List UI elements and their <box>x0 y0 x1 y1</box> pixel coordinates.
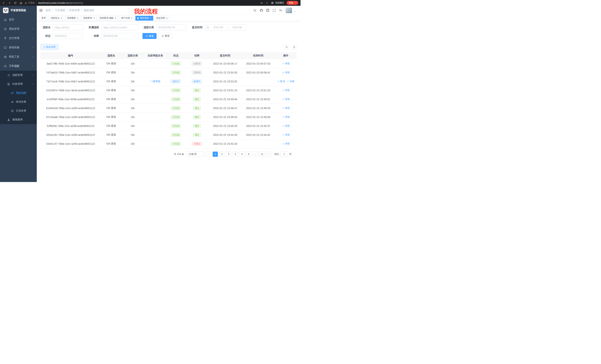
prev-page-button[interactable] <box>206 152 211 157</box>
status-select[interactable]: 请选择状态 <box>53 33 83 39</box>
tab-process-model[interactable]: 流程模型× <box>65 16 80 21</box>
update-button[interactable]: 更新 ⋮ <box>287 1 298 5</box>
back-icon[interactable] <box>2 1 5 4</box>
hamburger-icon[interactable] <box>39 9 42 11</box>
chevron-down-icon <box>31 46 34 49</box>
page-button[interactable]: 2 <box>219 152 225 157</box>
submit-time-range-picker[interactable]: 开始日期 - 结束日期 <box>205 25 247 30</box>
start-date-placeholder[interactable]: 开始日期 <box>210 26 226 29</box>
goto-page-input[interactable] <box>280 152 288 157</box>
sidebar-item-home[interactable]: 首页 <box>0 15 37 24</box>
reload-icon[interactable] <box>14 1 17 4</box>
github-icon[interactable] <box>260 9 263 12</box>
process-name-input[interactable] <box>53 25 83 30</box>
breadcrumb-task-mgmt[interactable]: 任务管理 <box>69 9 80 12</box>
page-button[interactable]: 11 <box>260 152 265 157</box>
next-page-button[interactable] <box>266 152 271 157</box>
address-bar[interactable]: 不安全 dashboard.yudao.iocoder.cn/bpm/task/… <box>25 1 260 4</box>
tab-process-form-edit[interactable]: 流程表单-编辑× <box>98 16 118 21</box>
tab-close-icon[interactable]: × <box>61 17 62 19</box>
page-button[interactable]: 4 <box>233 152 238 157</box>
detail-link[interactable]: 详情 <box>282 71 290 74</box>
tab-close-icon[interactable]: × <box>131 17 132 19</box>
status-tag: 已完成 <box>171 97 181 102</box>
tab-home[interactable]: 首页 <box>40 16 48 21</box>
sidebar-item-infrastructure[interactable]: 基础设施 <box>0 43 37 52</box>
detail-link[interactable]: 详情 <box>282 115 290 119</box>
tab-user-group[interactable]: 用户分组× <box>119 16 134 21</box>
cell-result: 不通过 <box>185 139 209 148</box>
tab-process-definition[interactable]: 流程定义× <box>49 16 64 21</box>
task-link[interactable]: 一级审批 <box>150 80 160 83</box>
tab-close-icon[interactable]: × <box>150 17 151 19</box>
sidebar-item-process-mgmt[interactable]: 流程管理 <box>0 71 37 80</box>
incognito-icon <box>271 1 274 4</box>
browser-home-icon[interactable] <box>20 1 22 4</box>
toolbox-icon <box>4 55 7 58</box>
gear-icon <box>4 28 7 31</box>
breadcrumb-workflow[interactable]: 工作流程 <box>55 9 65 12</box>
help-icon[interactable]: ? <box>266 9 269 12</box>
status-tag: 已完成 <box>171 88 181 93</box>
top-navbar: 首页 / 工作流程 / 任务管理 / 我的流程 ? <box>37 6 300 15</box>
cell-result: 通过 <box>185 95 209 104</box>
page-button[interactable]: 6 <box>246 152 251 157</box>
detail-link[interactable]: 详情 <box>287 80 294 83</box>
browser-menu-icon[interactable]: ⋮ <box>295 2 297 4</box>
detail-link[interactable]: 详情 <box>282 142 290 145</box>
app-logo[interactable]: 芋道管理系统 <box>0 6 37 15</box>
tab-close-icon[interactable]: × <box>93 17 95 19</box>
result-select[interactable]: 请选择流结果 <box>101 33 138 39</box>
bookmark-star-icon[interactable]: ☆ <box>266 1 268 4</box>
category-select[interactable]: 请选择流程分类 <box>156 25 187 30</box>
sidebar-item-devtools[interactable]: 研发工具 <box>0 52 37 61</box>
cell-status: 已完成 <box>167 68 185 77</box>
tab-close-icon[interactable]: × <box>77 17 79 19</box>
detail-link[interactable]: 详情 <box>282 89 290 92</box>
fullscreen-icon[interactable] <box>272 9 276 12</box>
reset-button[interactable]: 重置 <box>159 33 172 39</box>
sidebar-item-payment[interactable]: ¥ 支付管理 <box>0 34 37 43</box>
sidebar-item-todo-tasks[interactable]: 待办任务 <box>0 97 37 106</box>
cell-submit-time: 2022-01-23 00:06:17 <box>209 59 241 68</box>
search-icon[interactable] <box>253 9 257 12</box>
page-button[interactable]: 3 <box>226 152 231 157</box>
tab-process-form[interactable]: 流程表单× <box>81 16 97 21</box>
sidebar-item-my-process[interactable]: 我的流程 <box>0 88 37 97</box>
url-divider <box>36 2 37 4</box>
sidebar-item-workflow[interactable]: 工作流程 <box>0 61 37 71</box>
end-date-placeholder[interactable]: 结束日期 <box>229 26 245 29</box>
detail-link[interactable]: 详情 <box>282 98 290 101</box>
font-size-icon[interactable] <box>279 9 282 12</box>
tab-start-process[interactable]: 发起流程× <box>154 16 170 21</box>
page-button[interactable]: 5 <box>239 152 245 157</box>
avatar[interactable] <box>285 7 292 13</box>
caret-down-icon[interactable] <box>294 11 296 13</box>
site-security-badge[interactable]: 不安全 <box>25 1 35 4</box>
cancel-link[interactable]: 取消 <box>277 80 285 83</box>
page-size-select[interactable]: 10条/页 <box>187 152 204 157</box>
detail-link[interactable]: 详情 <box>282 62 290 65</box>
sidebar-item-system[interactable]: 系统管理 <box>0 24 37 34</box>
sidebar-item-leave-query[interactable]: 请假查询 <box>0 115 37 124</box>
start-process-button[interactable]: + 发起流程 <box>40 44 59 50</box>
detail-link[interactable]: 详情 <box>282 124 290 128</box>
sidebar-item-task-mgmt[interactable]: 任务管理 <box>0 80 37 88</box>
sidebar-item-done-tasks[interactable]: 已办任务 <box>0 106 37 115</box>
status-tag: 已完成 <box>171 133 181 137</box>
forward-icon[interactable] <box>8 1 11 4</box>
detail-link[interactable]: 详情 <box>282 133 290 136</box>
more-pages-button[interactable]: ··· <box>253 152 258 157</box>
tab-close-icon[interactable]: × <box>115 17 116 19</box>
key-icon[interactable] <box>260 1 263 4</box>
page-button[interactable]: 1 <box>213 152 218 157</box>
refresh-table-button[interactable] <box>291 44 297 50</box>
tab-my-process[interactable]: 我的流程× <box>135 16 153 21</box>
url-text[interactable]: dashboard.yudao.iocoder.cn/bpm/task/my <box>38 1 83 4</box>
search-button[interactable]: 搜索 <box>142 33 157 39</box>
tab-close-icon[interactable]: × <box>166 17 168 19</box>
detail-link[interactable]: 详情 <box>282 106 290 110</box>
show-search-button[interactable] <box>284 44 289 50</box>
breadcrumb-home[interactable]: 首页 <box>46 9 51 12</box>
process-definition-input[interactable] <box>101 25 138 30</box>
